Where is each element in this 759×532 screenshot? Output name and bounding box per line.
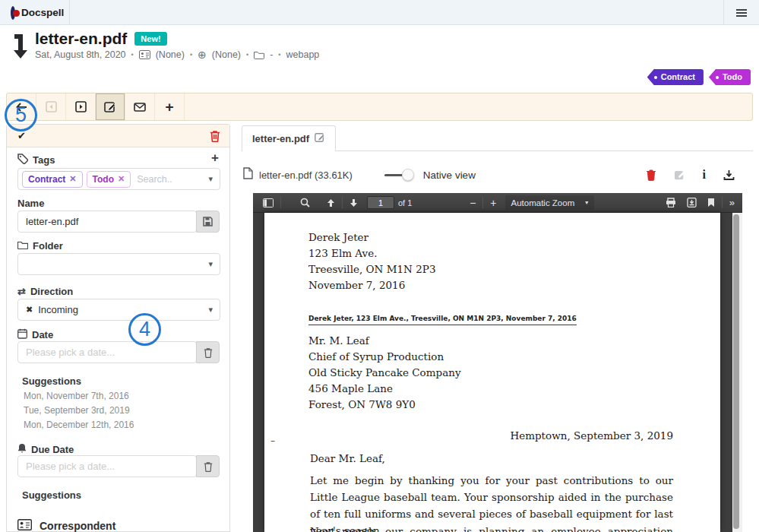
source-name: webapp	[286, 49, 320, 60]
view-toggle-label: Native view	[423, 169, 476, 181]
crosshair-icon: ⊕	[198, 49, 207, 61]
pdf-scrollbar[interactable]	[732, 213, 742, 532]
level-down-icon	[12, 32, 30, 62]
zoom-out-icon[interactable]: −	[464, 193, 481, 212]
ribbon-todo[interactable]: Todo	[709, 69, 751, 85]
brand-name: Docspell	[21, 7, 64, 18]
pdf-viewer: of 1 − + Automatic Zoom ▾ »	[253, 193, 742, 532]
name-input[interactable]	[18, 216, 170, 227]
add-icon[interactable]: +	[155, 93, 185, 120]
date-field-group	[17, 341, 197, 363]
edit-icon[interactable]	[96, 93, 125, 120]
date-input[interactable]	[18, 347, 170, 358]
zoom-select[interactable]: Automatic Zoom ▾	[505, 195, 595, 210]
name-label: Name	[17, 198, 44, 209]
page-count: of 1	[398, 198, 412, 207]
date-suggestion[interactable]: Mon, December 12th, 2016	[24, 420, 134, 430]
next-page-icon[interactable]	[66, 93, 96, 120]
tag-chip-todo[interactable]: Todo ✕	[87, 171, 131, 188]
clear-due-date-trash-icon[interactable]	[196, 455, 220, 477]
view-toggle[interactable]	[384, 169, 410, 181]
direction-select[interactable]: ✖ Incoming ▾	[17, 299, 220, 321]
trash-icon[interactable]	[210, 130, 220, 145]
tag-search-placeholder: Search..	[137, 174, 172, 185]
chevron-down-icon[interactable]: ▾	[208, 259, 213, 269]
download-icon[interactable]	[682, 193, 702, 212]
edit-panel: ✔ Tags + Contract ✕ Todo ✕ Search.. ▾ Na	[6, 124, 230, 532]
due-date-suggestions-title: Suggestions	[22, 489, 81, 501]
pdf-scrollbar-thumb[interactable]	[733, 214, 739, 529]
tab-letter-en-pdf[interactable]: letter-en.pdf	[242, 125, 336, 151]
edit-file-icon	[674, 169, 685, 181]
file-row: letter-en.pdf (33.61K) Native view i	[243, 163, 753, 187]
concerning-none: (None)	[212, 49, 241, 60]
edit-panel-header: ✔	[7, 125, 229, 147]
clear-icon[interactable]: ✖	[26, 305, 33, 315]
toolbar-more-icon[interactable]: »	[724, 193, 739, 212]
letter-recipient-block: Mr. M. Leaf Chief of Syrup Production Ol…	[308, 333, 461, 413]
tags-label: Tags	[17, 154, 55, 166]
pdf-toolbar: of 1 − + Automatic Zoom ▾ »	[253, 193, 742, 213]
folder-select[interactable]: ▾	[17, 253, 220, 275]
chevron-down-icon[interactable]: ▾	[208, 305, 213, 315]
menu-icon[interactable]	[723, 0, 759, 25]
page-title: letter-en.pdf	[35, 30, 127, 48]
mail-icon[interactable]	[125, 93, 155, 120]
card-icon	[17, 519, 32, 532]
download-icon[interactable]	[723, 169, 735, 181]
save-icon[interactable]	[196, 211, 220, 233]
clear-date-trash-icon[interactable]	[196, 341, 220, 363]
file-name: letter-en.pdf (33.61K)	[259, 169, 353, 181]
delete-file-trash-icon[interactable]	[646, 169, 656, 181]
letter-sender-block: Derek Jeter 123 Elm Ave. Treesville, ON …	[308, 230, 435, 293]
sidebar-toggle-icon[interactable]	[258, 193, 279, 212]
page-number-input[interactable]	[367, 196, 394, 209]
add-tag-button[interactable]: +	[211, 150, 219, 166]
brand[interactable]: Docspell	[0, 0, 70, 25]
chevron-down-icon[interactable]: ▾	[208, 174, 213, 184]
date-suggestion[interactable]: Mon, November 7th, 2016	[24, 391, 129, 401]
pdf-page: Derek Jeter 123 Elm Ave. Treesville, ON …	[264, 213, 720, 532]
info-icon[interactable]: i	[703, 168, 706, 182]
calendar-icon	[17, 328, 27, 341]
due-date-input[interactable]	[18, 461, 170, 472]
zoom-in-icon[interactable]: +	[485, 193, 501, 212]
check-icon[interactable]: ✔	[17, 130, 26, 141]
ribbon-contract[interactable]: Contract	[647, 69, 704, 85]
due-date-field-group	[17, 455, 197, 477]
remove-tag-icon[interactable]: ✕	[118, 174, 125, 184]
tags-multiselect[interactable]: Contract ✕ Todo ✕ Search.. ▾	[17, 168, 220, 190]
item-date: Sat, August 8th, 2020	[35, 49, 126, 60]
folder-none: -	[270, 49, 273, 60]
date-label: Date	[17, 328, 53, 341]
remove-tag-icon[interactable]: ✕	[69, 174, 76, 184]
letter-return-address: Derek Jeter, 123 Elm Ave., Treesville, O…	[308, 315, 577, 325]
print-icon[interactable]	[660, 193, 682, 212]
top-bar: Docspell	[0, 0, 759, 25]
tag-chip-contract[interactable]: Contract ✕	[22, 171, 83, 188]
tag-ribbons: Contract Todo	[647, 69, 751, 85]
letter-place-date: Hemptown, September 3, 2019	[510, 429, 673, 442]
chevron-down-icon: ▾	[585, 199, 588, 206]
correspondent-section: Correspondent	[17, 519, 115, 532]
item-meta: Sat, August 8th, 2020 • (None) • ⊕ (None…	[35, 49, 319, 61]
direction-value: Incoming	[38, 304, 78, 315]
brand-logo-icon	[11, 6, 15, 20]
date-suggestions-title: Suggestions	[22, 375, 81, 387]
folder-icon	[17, 240, 28, 252]
correspondent-none: (None)	[156, 49, 185, 60]
letter-paragraph-2: Next month, our company is planning an e…	[310, 523, 673, 532]
annotation-step-4: 4	[128, 313, 161, 346]
letter-margin-mark: –	[270, 435, 275, 446]
arrow-down-icon[interactable]	[344, 193, 363, 212]
date-suggestion[interactable]: Tue, September 3rd, 2019	[24, 405, 130, 416]
docspell-app: Docspell letter-en.pdf New! Sat, August …	[0, 0, 759, 532]
bell-icon	[17, 443, 27, 456]
search-icon[interactable]	[295, 193, 315, 212]
tag-icon	[17, 154, 28, 166]
arrow-up-icon[interactable]	[321, 193, 340, 212]
item-toolbar: +	[6, 93, 753, 121]
rename-icon[interactable]	[315, 132, 325, 145]
bookmark-icon[interactable]	[702, 193, 720, 212]
letter-salutation: Dear Mr. Leaf,	[310, 452, 385, 464]
